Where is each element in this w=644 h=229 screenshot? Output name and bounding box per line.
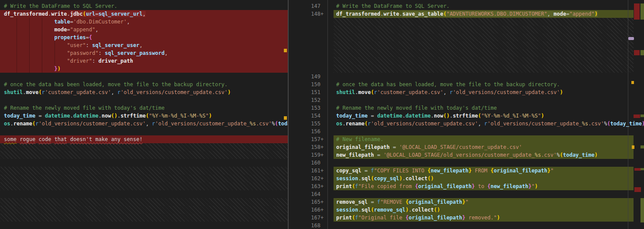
line-number: 160 — [289, 159, 320, 167]
line-number: 154 — [289, 112, 320, 120]
code-line[interactable]: new_filepath = '@LOCAL_LOAD_STAGE/old_ve… — [336, 151, 598, 159]
diff-filler — [334, 18, 634, 26]
diff-filler — [0, 206, 288, 214]
line-number: 163+ — [289, 182, 324, 190]
indent-guide — [17, 18, 17, 73]
line-number: 158+ — [289, 143, 324, 151]
diff-filler — [0, 167, 288, 175]
line-number: 155 — [289, 120, 320, 128]
code-line[interactable]: shutil.move(r'customer_update.csv', r'ol… — [336, 88, 563, 96]
line-number: 165+ — [289, 198, 324, 206]
line-number: 156 — [289, 128, 320, 135]
line-number: 164 — [289, 190, 320, 198]
code-line[interactable]: # New filename. — [336, 135, 383, 143]
line-number: 167+ — [289, 214, 324, 222]
ruler-warning-mark — [631, 81, 634, 84]
code-line[interactable]: mode="append", — [4, 26, 99, 34]
ruler-warning-mark — [284, 49, 287, 52]
code-line[interactable]: "password": sql_server_password, — [4, 49, 168, 57]
gutter-border — [327, 0, 328, 229]
line-number: 148+ — [289, 10, 324, 18]
diff-filler — [334, 57, 634, 65]
line-number: 150 — [289, 81, 320, 88]
code-line[interactable]: df_transformed.write.save_as_table("ADVE… — [336, 10, 598, 18]
code-line[interactable]: "user": sql_server_user, — [4, 41, 143, 49]
code-line[interactable]: # Write the DataFrame to SQL Server. — [4, 2, 117, 10]
code-line[interactable]: print(f"Original file {original_filepath… — [336, 214, 500, 222]
code-line[interactable]: session.sql(remove_sql).collect() — [336, 206, 440, 214]
ruler-added-mark — [641, 114, 644, 117]
diff-pane-modified[interactable]: 146147# Write the DataFrame to SQL Serve… — [289, 0, 644, 229]
code-line[interactable]: properties={ — [4, 34, 92, 41]
diff-filler — [0, 175, 288, 182]
ruler-deleted-mark — [634, 168, 641, 171]
ruler-added-mark — [641, 145, 644, 148]
line-number: 168 — [289, 222, 320, 229]
diff-pane-original[interactable]: # Write the DataFrame to SQL Server.df_t… — [0, 0, 288, 229]
diff-filler — [334, 65, 634, 73]
scrollbar-handle[interactable] — [628, 37, 634, 40]
indent-guide — [42, 18, 42, 73]
diff-filler — [334, 34, 634, 41]
code-line[interactable]: print(f"File copied from {original_filep… — [336, 182, 538, 190]
diff-filler — [0, 143, 288, 151]
indent-guide — [29, 18, 30, 73]
code-line[interactable]: os.rename(r'old_versions/customer_update… — [336, 120, 644, 128]
code-line[interactable]: table='dbo.DimCustomer', — [4, 18, 130, 26]
code-line[interactable]: shutil.move(r'customer_update.csv', r'ol… — [4, 88, 231, 96]
ruler-warning-mark — [632, 145, 634, 149]
code-line[interactable]: today_time = datetime.datetime.now().str… — [336, 112, 544, 120]
code-line[interactable]: some rogue code that doesn't make any se… — [4, 135, 143, 143]
code-line[interactable]: # once the data has been loaded, move th… — [336, 81, 560, 88]
line-number: 159+ — [289, 151, 324, 159]
line-number: 161+ — [289, 167, 324, 175]
code-line[interactable]: # Rename the newly moved file with today… — [336, 104, 497, 112]
overview-ruler-border — [628, 0, 628, 229]
diff-filler — [0, 182, 288, 190]
code-line[interactable]: df_transformed.write.jdbc(url=sql_server… — [4, 10, 146, 18]
ruler-warning-mark — [284, 116, 287, 120]
split-sash[interactable] — [288, 0, 289, 229]
code-line[interactable]: "driver": driver_path — [4, 57, 133, 65]
code-line[interactable]: remove_sql = f"REMOVE {original_filepath… — [336, 198, 469, 206]
diff-editor: # Write the DataFrame to SQL Server.df_t… — [0, 0, 644, 229]
ruler-deleted-mark — [634, 3, 640, 20]
ruler-deleted-mark — [634, 50, 640, 55]
code-line[interactable]: # Write the DataFrame to SQL Server. — [336, 2, 450, 10]
ruler-deleted-mark — [634, 187, 641, 192]
ruler-added-mark — [641, 50, 644, 55]
line-number: 149 — [289, 73, 320, 81]
code-line[interactable]: original_filepath = '@LOCAL_LOAD_STAGE/c… — [336, 143, 522, 151]
ruler-added-mark — [641, 168, 644, 170]
line-number: 147 — [289, 2, 320, 10]
line-number: 152 — [289, 96, 320, 104]
line-number: 166+ — [289, 206, 324, 214]
ruler-deleted-mark — [634, 114, 640, 118]
code-line[interactable]: copy_sql = f"COPY FILES INTO {new_filepa… — [336, 167, 554, 175]
diff-filler — [0, 198, 288, 206]
code-line[interactable]: today_time = datetime.datetime.now().str… — [4, 112, 212, 120]
code-line[interactable]: # once the data has been loaded, move th… — [4, 81, 228, 88]
code-line[interactable]: session.sql(copy_sql).collect() — [336, 175, 434, 182]
code-line[interactable]: }) — [4, 65, 61, 73]
diff-filler — [334, 26, 634, 34]
diff-filler — [334, 49, 634, 57]
indent-guide — [55, 41, 55, 65]
line-number: 153 — [289, 104, 320, 112]
line-number: 162+ — [289, 175, 324, 182]
code-line[interactable]: os.rename(r'old_versions/customer_update… — [4, 120, 288, 128]
diff-filler — [0, 151, 288, 159]
line-number: 151 — [289, 88, 320, 96]
ruler-added-mark — [641, 3, 644, 20]
diff-filler — [0, 214, 288, 222]
diff-filler — [334, 41, 634, 49]
line-number: 157+ — [289, 135, 324, 143]
ruler-added-mark — [641, 198, 644, 222]
code-line[interactable]: # Rename the newly moved file with today… — [4, 104, 164, 112]
